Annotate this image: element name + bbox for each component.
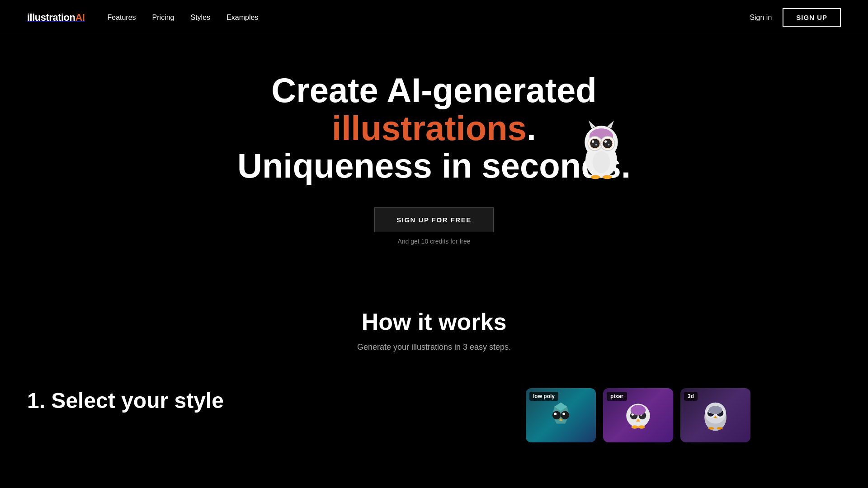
- svg-point-27: [552, 411, 561, 420]
- hero-title-text-orange: illustrations: [332, 109, 527, 147]
- nav-item-styles[interactable]: Styles: [191, 14, 211, 22]
- how-it-works-section: How it works Generate your illustrations…: [0, 272, 868, 370]
- svg-point-19: [590, 175, 600, 179]
- svg-point-21: [593, 151, 610, 173]
- svg-point-10: [595, 144, 597, 145]
- hero-title-text-white: Create AI-generated: [271, 71, 596, 109]
- svg-point-30: [562, 413, 565, 415]
- svg-point-41: [632, 425, 638, 429]
- svg-point-15: [604, 141, 607, 143]
- how-it-works-subtitle: Generate your illustrations in 3 easy st…: [27, 343, 841, 352]
- how-it-works-title: How it works: [27, 308, 841, 335]
- nav-item-pricing[interactable]: Pricing: [152, 14, 175, 22]
- hero-cta-wrapper: SIGN UP FOR FREE And get 10 credits for …: [374, 207, 493, 245]
- style-card-lowpoly[interactable]: low poly: [526, 388, 596, 442]
- navbar: illustrationAI Features Pricing Styles E…: [0, 0, 868, 35]
- step1-title: 1. Select your style: [27, 388, 224, 413]
- nav-link-examples[interactable]: Examples: [226, 14, 258, 21]
- svg-point-39: [631, 405, 646, 415]
- logo-illustration: illustration: [27, 12, 75, 23]
- style-card-pixar-badge: pixar: [607, 392, 627, 401]
- style-card-3d-badge: 3d: [684, 392, 698, 401]
- pixar-owl-svg: [621, 399, 655, 436]
- step1-section: 1. Select your style low poly: [0, 370, 868, 442]
- nav-item-features[interactable]: Features: [107, 14, 136, 22]
- nav-item-examples[interactable]: Examples: [226, 14, 258, 22]
- style-card-pixar[interactable]: pixar: [603, 388, 673, 442]
- svg-point-53: [708, 427, 714, 430]
- owl-mascot-svg: [570, 117, 633, 180]
- nav-link-pricing[interactable]: Pricing: [152, 14, 175, 21]
- svg-point-9: [592, 141, 594, 143]
- style-card-3d[interactable]: 3d: [680, 388, 750, 442]
- svg-point-42: [638, 425, 645, 429]
- 3d-owl-svg: [698, 399, 732, 436]
- svg-point-52: [709, 406, 722, 414]
- nav-links: Features Pricing Styles Examples: [107, 14, 258, 22]
- nav-link-styles[interactable]: Styles: [191, 14, 211, 21]
- logo[interactable]: illustrationAI: [27, 12, 85, 23]
- svg-point-16: [608, 144, 610, 145]
- lowpoly-owl-svg: [544, 400, 578, 434]
- signup-button[interactable]: SIGN UP: [783, 8, 841, 27]
- signup-free-button[interactable]: SIGN UP FOR FREE: [374, 207, 493, 232]
- svg-point-54: [717, 427, 722, 430]
- style-card-lowpoly-badge: low poly: [529, 392, 558, 401]
- style-cards-container: low poly pixar: [526, 388, 841, 442]
- sign-in-link[interactable]: Sign in: [750, 14, 772, 22]
- owl-mascot: [570, 117, 633, 180]
- svg-point-28: [561, 411, 570, 420]
- hero-subtext: And get 10 credits for free: [397, 238, 470, 245]
- hero-section: Create AI-generated illustrations. Uniqu…: [0, 35, 868, 272]
- nav-right: Sign in SIGN UP: [750, 8, 841, 27]
- nav-left: illustrationAI Features Pricing Styles E…: [27, 12, 258, 23]
- svg-point-20: [603, 175, 612, 179]
- nav-link-features[interactable]: Features: [107, 14, 136, 21]
- svg-point-29: [554, 413, 557, 415]
- logo-ai: AI: [75, 12, 85, 23]
